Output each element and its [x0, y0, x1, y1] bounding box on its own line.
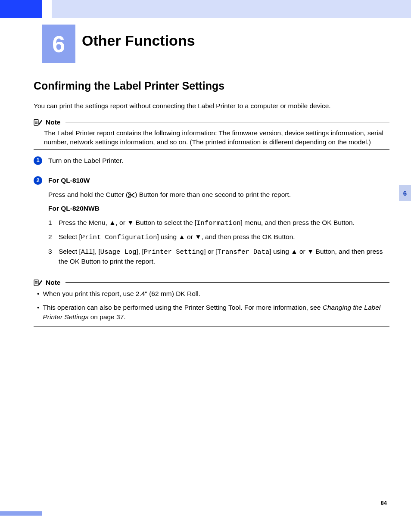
note-2-bullet-2-text: This operation can also be performed usi… [43, 303, 389, 322]
substep-3-num: 3 [48, 247, 54, 267]
substep-3: 3 Select [All], [Usage Log], [Printer Se… [48, 247, 389, 267]
substep-2: 2 Select [Print Configuration] using ▲ o… [48, 232, 389, 242]
note-rule-top [65, 122, 389, 122]
top-banner [0, 0, 411, 18]
note-2-bullet-2: This operation can also be performed usi… [37, 303, 389, 322]
step-2-model-a-pre: Press and hold the Cutter ( [48, 191, 128, 198]
note-2-b2-post: on page 37. [88, 313, 125, 320]
note-2-rule-bottom [34, 327, 389, 327]
note-2-b2-pre: This operation can also be performed usi… [43, 304, 322, 311]
steps-list: 1 Turn on the Label Printer. 2 For QL-81… [34, 156, 389, 271]
substep-1: 1 Press the Menu, ▲, or ▼ Button to sele… [48, 218, 389, 228]
note-block-1: Note The Label Printer report contains t… [34, 118, 389, 150]
step-1: 1 Turn on the Label Printer. [34, 156, 389, 170]
step-2-model-a-post: ) Button for more than one second to pri… [135, 191, 291, 198]
side-tab-label: 6 [403, 190, 407, 197]
scissors-icon [128, 192, 135, 198]
note-pencil-icon [34, 279, 43, 286]
note-block-2: Note When you print this report, use 2.4… [34, 279, 389, 327]
note-body: The Label Printer report contains the fo… [44, 129, 389, 147]
svg-point-4 [128, 193, 130, 194]
section-title: Confirming the Label Printer Settings [34, 80, 389, 92]
note-2-bullet-1: When you print this report, use 2.4" (62… [37, 289, 389, 299]
step-bullet-2: 2 [34, 176, 42, 185]
substep-1-num: 1 [48, 218, 54, 228]
content-area: Confirming the Label Printer Settings Yo… [34, 80, 389, 333]
substep-3-t2: ], [ [137, 248, 144, 255]
note-2-rule-top [65, 282, 389, 283]
substep-1-mono: Information [196, 219, 240, 227]
page-number: 84 [381, 500, 387, 506]
note-pencil-icon [34, 118, 43, 126]
substep-3-text: Select [All], [Usage Log], [Printer Sett… [59, 247, 389, 267]
note-header: Note [34, 118, 389, 126]
substep-3-m2: Usage Log [100, 248, 137, 256]
substep-3-t3: ] or [ [204, 248, 217, 255]
step-2-substeps: 1 Press the Menu, ▲, or ▼ Button to sele… [48, 218, 389, 267]
chapter-number: 6 [52, 31, 65, 57]
note-2-bullet-1-text: When you print this report, use 2.4" (62… [43, 289, 200, 299]
step-2-model-b-label: For QL-820NWB [48, 204, 389, 213]
note-rule-bottom [34, 149, 389, 150]
substep-2-post: ] using ▲ or ▼, and then press the OK Bu… [157, 233, 295, 240]
section-intro: You can print the settings report withou… [34, 102, 389, 111]
chapter-number-block: 6 [42, 25, 75, 63]
svg-rect-8 [34, 280, 38, 286]
step-1-text: Turn on the Label Printer. [48, 156, 389, 165]
bottom-left-bar [0, 511, 42, 516]
substep-3-m3: Printer Setting [144, 248, 204, 256]
svg-rect-0 [34, 120, 38, 126]
note-label-2: Note [46, 279, 60, 286]
substep-1-post: ] menu, and then press the OK Button. [241, 219, 355, 226]
substep-3-m4: Transfer Data [217, 248, 269, 256]
step-2: 2 For QL-810W Press and hold the Cutter … [34, 176, 389, 271]
top-banner-right [52, 0, 411, 18]
substep-1-text: Press the Menu, ▲, or ▼ Button to select… [59, 218, 355, 228]
svg-point-5 [128, 196, 130, 198]
step-bullet-1: 1 [34, 156, 42, 165]
chapter-title: Other Functions [82, 32, 195, 49]
substep-3-t1: ], [ [93, 248, 100, 255]
top-banner-left [0, 0, 42, 18]
substep-3-m1: All [81, 248, 93, 256]
side-tab: 6 [399, 185, 411, 201]
substep-3-pre: Select [ [59, 248, 81, 255]
substep-2-num: 2 [48, 232, 54, 242]
substep-2-pre: Select [ [59, 233, 81, 240]
note-2-bullets: When you print this report, use 2.4" (62… [37, 289, 389, 322]
substep-2-mono: Print Configuration [81, 233, 157, 241]
step-2-model-a-text: Press and hold the Cutter () Button for … [48, 190, 389, 199]
substep-1-pre: Press the Menu, ▲, or ▼ Button to select… [59, 219, 196, 226]
substep-2-text: Select [Print Configuration] using ▲ or … [59, 232, 295, 242]
step-2-model-a-label: For QL-810W [48, 176, 389, 185]
note-header-2: Note [34, 279, 389, 286]
note-label: Note [46, 118, 60, 126]
